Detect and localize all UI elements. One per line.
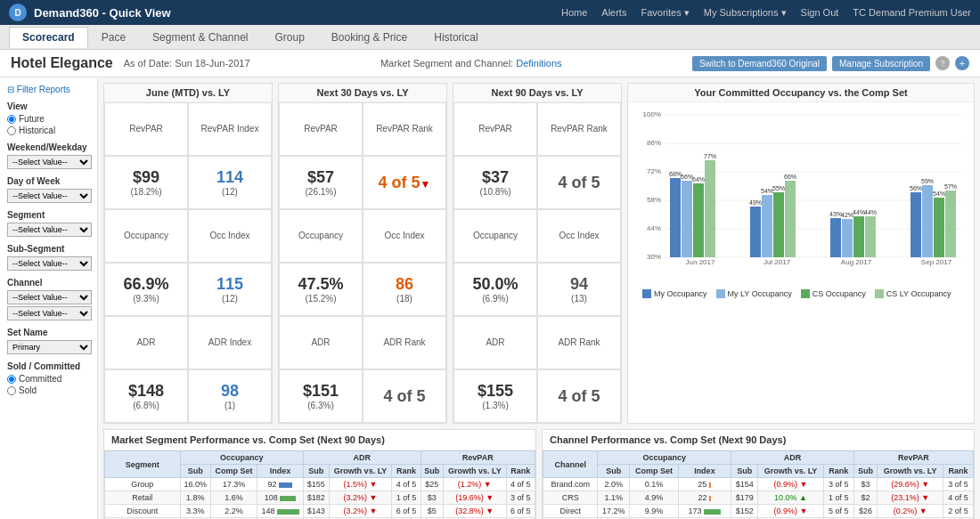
switch-button[interactable]: Switch to Demand360 Original <box>692 56 827 71</box>
next90-adr-rank-cell: 4 of 5 <box>537 369 621 423</box>
radio-sold[interactable]: Sold <box>7 385 90 395</box>
svg-rect-17 <box>750 207 761 257</box>
list-item: $179 <box>731 491 758 505</box>
sidebar-channel-section: Channel --Select Value-- --Select Value-… <box>7 278 90 320</box>
next90-adr-rank: 4 of 5 <box>545 387 613 406</box>
radio-historical[interactable]: Historical <box>7 126 90 135</box>
list-item: (0.9%) ▼ <box>758 478 824 491</box>
content-area: June (MTD) vs. LY RevPAR RevPAR Index $9… <box>98 77 980 519</box>
list-item: 1 of 5 <box>823 491 853 505</box>
tab-pace[interactable]: Pace <box>88 27 139 48</box>
segment-select[interactable]: --Select Value-- <box>7 223 92 237</box>
tab-group[interactable]: Group <box>261 27 317 48</box>
manage-button[interactable]: Manage Subscription <box>832 56 930 71</box>
nav-subscriptions[interactable]: My Subscriptions ▾ <box>704 7 787 19</box>
list-item: 2.0% <box>598 478 630 491</box>
weekend-select[interactable]: --Select Value-- <box>7 155 92 169</box>
channel-table: Channel Occupancy ADR RevPAR Sub Comp Se… <box>543 450 974 519</box>
june-revpar-index-cell: 114 (12) <box>188 156 272 209</box>
next90-occ-rank: 94 <box>545 275 613 294</box>
col-ch-rev-growth: Growth vs. LY <box>878 465 943 478</box>
col-revpar-group: RevPAR <box>421 451 535 465</box>
list-item: 9.9% <box>630 505 678 518</box>
hotel-name: Hotel Elegance <box>11 55 113 71</box>
list-item: 4 of 5 <box>506 478 535 491</box>
next30-revpar-rank: 4 of 5▼ <box>371 174 438 192</box>
june-occ-value-cell: 66.9% (9.3%) <box>104 263 188 316</box>
svg-rect-36 <box>922 185 933 257</box>
next30-occ-label-cell: Occupancy <box>279 209 363 263</box>
hotel-header: Hotel Elegance As of Date: Sun 18-Jun-20… <box>0 50 980 77</box>
next30-revpar-value-cell: $57 (26.1%) <box>279 156 363 209</box>
channel-select[interactable]: --Select Value-- <box>7 290 92 304</box>
june-revpar-index: 114 <box>196 168 264 187</box>
tab-historical[interactable]: Historical <box>421 27 491 48</box>
nav-signout[interactable]: Sign Out <box>801 7 839 19</box>
nav-home[interactable]: Home <box>561 7 587 19</box>
filter-reports[interactable]: ⊟ Filter Reports <box>7 85 90 94</box>
svg-text:54%: 54% <box>761 188 773 194</box>
subsegment-select[interactable]: --Select Value-- <box>7 256 92 271</box>
tab-scorecard[interactable]: Scorecard <box>9 27 88 48</box>
june-revpar-change: (18.2%) <box>112 187 180 197</box>
nav-favorites[interactable]: Favorites ▾ <box>641 7 689 19</box>
segment-table-panel: Market Segment Performance vs. Comp Set … <box>103 429 536 519</box>
next30-adr-change: (6.3%) <box>287 401 355 410</box>
radio-committed[interactable]: Committed <box>7 374 90 384</box>
svg-text:44%: 44% <box>853 209 865 215</box>
june-panel-title: June (MTD) vs. LY <box>104 84 272 102</box>
svg-text:59%: 59% <box>921 178 934 184</box>
hotel-date: As of Date: Sun 18-Jun-2017 <box>124 58 250 69</box>
june-revpar-index-sub: (12) <box>196 187 264 197</box>
next90-revpar-rank-label-cell: RevPAR Rank <box>537 102 621 156</box>
col-ch-occ-group: Occupancy <box>598 451 731 465</box>
list-item: 4.9% <box>630 491 678 505</box>
dow-select[interactable]: --Select Value-- <box>7 189 92 203</box>
svg-rect-29 <box>865 216 876 257</box>
svg-text:72%: 72% <box>647 167 661 175</box>
svg-rect-26 <box>830 218 841 257</box>
svg-text:49%: 49% <box>749 199 762 206</box>
next90-occ-index-label-cell: Occ Index <box>537 209 621 263</box>
definitions-link[interactable]: Definitions <box>516 58 561 69</box>
radio-future[interactable]: Future <box>7 114 90 124</box>
next90-occ-value: 50.0% <box>461 275 529 294</box>
hotel-header-right: Switch to Demand360 Original Manage Subs… <box>692 56 969 71</box>
svg-text:66%: 66% <box>681 174 693 180</box>
june-adr-index-sub: (1) <box>196 401 264 410</box>
channel-table-panel: Channel Performance vs. Comp Set (Next 9… <box>542 429 975 519</box>
list-item: 17.2% <box>598 505 630 518</box>
col-ch-rev-rank: Rank <box>943 465 974 478</box>
list-item: 16.0% <box>180 478 210 491</box>
svg-text:66%: 66% <box>784 174 796 180</box>
list-item: 3 of 5 <box>506 491 535 505</box>
nav-alerts[interactable]: Alerts <box>601 7 626 19</box>
list-item: $182 <box>304 491 330 505</box>
june-occ-index-sub: (12) <box>196 294 264 304</box>
list-item: (0.9%) ▼ <box>758 505 824 518</box>
market-segment-label: Market Segment and Channel: <box>380 58 513 69</box>
june-adr-index-label-cell: ADR Index <box>188 316 272 369</box>
add-icon[interactable]: + <box>955 56 969 70</box>
june-adr-change: (6.8%) <box>112 401 180 410</box>
chart-area: 100% 86% 72% 58% 44% 30% <box>628 102 974 305</box>
list-item: 4 of 5 <box>392 478 421 491</box>
app-logo: D <box>9 4 27 21</box>
sidebar-weekend-section: Weekend/Weekday --Select Value-- <box>7 142 90 169</box>
help-icon[interactable]: ? <box>935 56 950 70</box>
list-item: $3 <box>421 491 443 505</box>
tab-booking-price[interactable]: Booking & Price <box>318 27 421 48</box>
next30-panel-title: Next 30 Days vs. LY <box>279 84 446 102</box>
tab-segment-channel[interactable]: Segment & Channel <box>139 27 261 48</box>
setname-select[interactable]: Primary <box>7 340 92 354</box>
subchannel-select[interactable]: --Select Value-- <box>7 306 92 320</box>
col-occ-idx: Index <box>257 465 303 478</box>
next30-adr-rank-cell: 4 of 5 <box>363 369 446 423</box>
list-item: (19.6%) ▼ <box>444 491 507 505</box>
svg-text:55%: 55% <box>772 185 785 191</box>
segment-table-title: Market Segment Performance vs. Comp Set … <box>104 430 535 450</box>
sidebar-sold-section: Sold / Committed Committed Sold <box>7 361 90 395</box>
next90-revpar-change: (10.8%) <box>461 187 529 197</box>
col-ch-adr-rank: Rank <box>823 465 853 478</box>
list-item: $143 <box>304 505 330 518</box>
